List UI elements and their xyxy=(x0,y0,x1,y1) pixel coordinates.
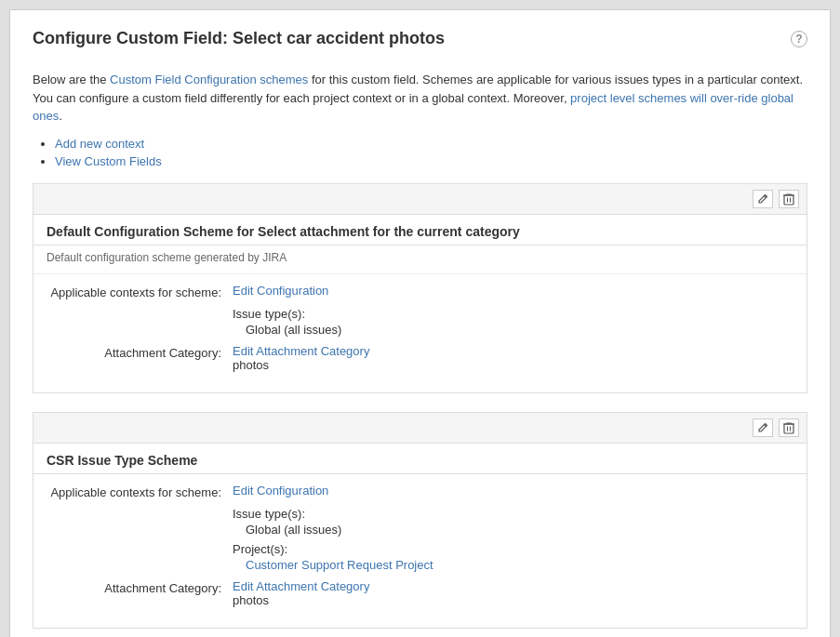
scheme-1-attachment-label: Attachment Category: xyxy=(47,344,233,360)
custom-field-config-link[interactable]: Custom Field Configuration schemes xyxy=(110,73,308,86)
scheme-2-attachment-value: Edit Attachment Category photos xyxy=(233,579,793,607)
scheme-block-2: CSR Issue Type Scheme Applicable context… xyxy=(33,412,807,629)
scheme-1-body: Applicable contexts for scheme: Edit Con… xyxy=(33,274,807,392)
scheme-1-contexts-row: Applicable contexts for scheme: Edit Con… xyxy=(47,284,793,299)
scheme-2-projects-label: Project(s): xyxy=(233,542,793,556)
scheme-2-issue-types-label-empty xyxy=(47,507,233,509)
scheme-1-generated: Default configuration scheme generated b… xyxy=(33,246,807,274)
scheme-1-attachment-row: Attachment Category: Edit Attachment Cat… xyxy=(47,344,793,372)
project-level-schemes-link[interactable]: project level schemes will over-ride glo… xyxy=(33,91,793,124)
scheme-2-edit-icon[interactable] xyxy=(753,418,773,437)
scheme-2-attachment-label: Attachment Category: xyxy=(47,579,233,595)
scheme-2-body: Applicable contexts for scheme: Edit Con… xyxy=(33,474,807,628)
scheme-2-actions xyxy=(33,413,807,444)
scheme-1-attachment-text: photos xyxy=(233,358,793,372)
scheme-2-edit-config-link[interactable]: Edit Configuration xyxy=(233,484,328,498)
scheme-2-title: CSR Issue Type Scheme xyxy=(33,444,807,474)
scheme-2-issue-types-row: Issue type(s): Global (all issues) Proje… xyxy=(47,507,793,572)
page-title-row: Configure Custom Field: Select car accid… xyxy=(33,29,807,58)
scheme-1-issue-types-items: Global (all issues) xyxy=(233,323,793,337)
scheme-2-issue-types-label: Issue type(s): xyxy=(233,507,793,521)
scheme-2-edit-attachment-link[interactable]: Edit Attachment Category xyxy=(233,579,369,593)
svg-rect-0 xyxy=(784,195,793,205)
scheme-2-contexts-value: Edit Configuration xyxy=(233,484,793,498)
main-container: Configure Custom Field: Select car accid… xyxy=(9,9,831,637)
page-description: Below are the Custom Field Configuration… xyxy=(33,71,807,126)
scheme-2-contexts-label: Applicable contexts for scheme: xyxy=(47,484,233,499)
scheme-1-edit-attachment-link[interactable]: Edit Attachment Category xyxy=(233,344,369,358)
scheme-1-attachment-value: Edit Attachment Category photos xyxy=(233,344,793,372)
view-custom-fields-link[interactable]: View Custom Fields xyxy=(55,154,162,168)
scheme-1-contexts-label: Applicable contexts for scheme: xyxy=(47,284,233,299)
scheme-2-delete-icon[interactable] xyxy=(779,418,799,437)
scheme-1-edit-config-link[interactable]: Edit Configuration xyxy=(233,284,328,298)
scheme-2-issue-types-value: Issue type(s): Global (all issues) Proje… xyxy=(233,507,793,572)
scheme-1-edit-icon[interactable] xyxy=(753,190,773,208)
help-icon[interactable]: ? xyxy=(791,31,807,47)
scheme-2-projects-value: Customer Support Request Project xyxy=(233,558,793,572)
quick-links: Add new context View Custom Fields xyxy=(33,137,807,168)
svg-rect-1 xyxy=(784,424,793,433)
page-title: Configure Custom Field: Select car accid… xyxy=(33,29,445,48)
scheme-1-issue-types-label-empty xyxy=(47,307,233,309)
scheme-2-attachment-text: photos xyxy=(233,593,793,607)
scheme-2-issue-types-items: Global (all issues) xyxy=(233,523,793,537)
scheme-1-title: Default Configuration Scheme for Select … xyxy=(33,215,807,246)
add-new-context-link[interactable]: Add new context xyxy=(55,137,144,151)
scheme-1-delete-icon[interactable] xyxy=(779,190,799,208)
scheme-1-issue-types-row: Issue type(s): Global (all issues) xyxy=(47,307,793,337)
scheme-2-contexts-row: Applicable contexts for scheme: Edit Con… xyxy=(47,484,793,499)
scheme-block-1: Default Configuration Scheme for Select … xyxy=(33,183,807,393)
scheme-2-project-link[interactable]: Customer Support Request Project xyxy=(246,558,433,572)
scheme-2-attachment-row: Attachment Category: Edit Attachment Cat… xyxy=(47,579,793,607)
scheme-1-contexts-value: Edit Configuration xyxy=(233,284,793,298)
scheme-1-actions xyxy=(33,184,807,215)
scheme-1-issue-types-value: Issue type(s): Global (all issues) xyxy=(233,307,793,337)
scheme-1-issue-types-label: Issue type(s): xyxy=(233,307,793,321)
